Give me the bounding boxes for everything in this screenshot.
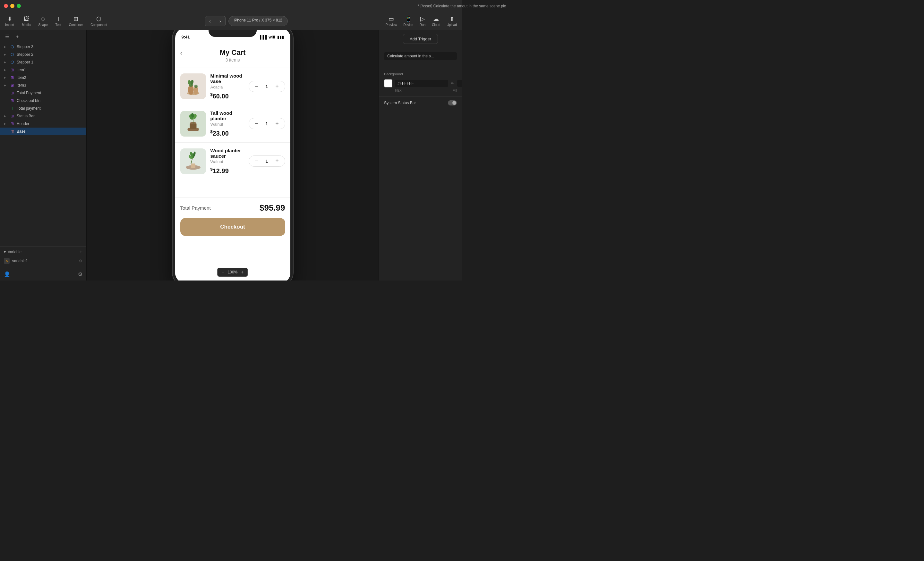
stepper-2-minus[interactable]: −	[254, 120, 260, 127]
svg-rect-15	[191, 163, 195, 168]
variable-header-left: ▾ Variable	[4, 250, 21, 254]
close-button[interactable]	[4, 4, 8, 8]
layer-status-bar[interactable]: ▶ ⊞ Status Bar	[0, 112, 86, 120]
chevron-icon: ▶	[4, 61, 8, 64]
variable-header: ▾ Variable +	[4, 249, 82, 255]
cart-item-3-name: Wood planter saucer	[210, 148, 244, 159]
cart-item-1-info: Minimal wood vase Acacia $60.00	[210, 73, 244, 100]
cart-back-button[interactable]: ‹	[180, 49, 183, 57]
user-icon[interactable]: 👤	[4, 271, 10, 277]
bg-hex-input[interactable]	[395, 80, 448, 87]
canvas-area[interactable]: 9:41 ▐▐▐ wifi ▮▮▮ ‹ My Cart 3 items	[87, 30, 379, 280]
stepper-1: − 1 +	[249, 81, 285, 92]
upload-button[interactable]: ⬆ Upload	[447, 15, 457, 27]
checkout-button[interactable]: Checkout	[180, 218, 285, 236]
right-panel: Add Trigger Calculate amount in the s...…	[379, 30, 462, 280]
media-icon: 🖼	[23, 16, 29, 22]
layer-base[interactable]: ◫ Base	[0, 127, 86, 135]
cart-item-2-variant: Walnut	[210, 122, 244, 127]
layer-total-payment-text[interactable]: T Total payment	[0, 105, 86, 112]
ssbar-toggle[interactable]	[448, 100, 457, 105]
stepper-2-plus[interactable]: +	[274, 120, 280, 127]
total-amount: $95.99	[260, 203, 285, 213]
asset-name-section: Calculate amount in the s...	[379, 48, 462, 68]
cart-item-3: Wood planter saucer Walnut $12.99 − 1 +	[175, 142, 290, 180]
layer-total-payment[interactable]: ⊞ Total Payment	[0, 89, 86, 97]
right-panel-header: Add Trigger	[379, 30, 462, 48]
zoom-in-button[interactable]: +	[240, 269, 244, 275]
cart-item-2-name: Tall wood planter	[210, 110, 244, 121]
system-status-bar-section: System Status Bar	[379, 96, 462, 109]
variable-item[interactable]: A variable1 ⚙	[4, 257, 82, 265]
grid-type-icon: ⊞	[10, 99, 15, 103]
bg-color-swatch[interactable]	[384, 79, 392, 88]
run-icon: ▷	[420, 15, 425, 22]
grid-type-icon: ⊞	[10, 67, 15, 72]
sidebar-action-button[interactable]: +	[14, 33, 21, 40]
maximize-button[interactable]	[16, 4, 21, 8]
device-selector[interactable]: iPhone 11 Pro / X 375 × 812	[228, 16, 288, 26]
container-button[interactable]: ⊞ Container	[69, 15, 83, 27]
layer-checkout-btn[interactable]: ⊞ Check out btn	[0, 97, 86, 105]
layer-header[interactable]: ▶ ⊞ Header	[0, 120, 86, 127]
zoom-out-button[interactable]: −	[221, 269, 225, 275]
stepper-3-plus[interactable]: +	[274, 158, 280, 165]
stepper-1-minus[interactable]: −	[254, 83, 260, 90]
ssbar-row: System Status Bar	[384, 100, 457, 105]
variable-settings-icon[interactable]: ⚙	[79, 259, 82, 263]
shape-button[interactable]: ◇ Shape	[39, 15, 48, 27]
run-button[interactable]: ▷ Run	[420, 15, 425, 27]
component-type-icon: ⬡	[10, 45, 15, 49]
stepper-1-plus[interactable]: +	[274, 83, 280, 90]
asset-name: Calculate amount in the s...	[384, 52, 457, 60]
window-title: * [Asset] Calculate the amout in the sam…	[418, 4, 462, 8]
layer-stepper3[interactable]: ▶ ⬡ Stepper 3	[0, 43, 86, 51]
ssbar-label: System Status Bar	[384, 101, 416, 105]
bg-opacity-input[interactable]	[457, 80, 462, 87]
chevron-icon: ▶	[4, 53, 8, 56]
sidebar-tools: ☰ +	[0, 30, 86, 43]
cloud-button[interactable]: ☁ Cloud	[432, 15, 440, 27]
import-button[interactable]: ⬇ Import	[5, 15, 14, 27]
signal-icon: ▐▐▐	[259, 35, 267, 39]
layer-item2[interactable]: ▶ ⊞ item2	[0, 74, 86, 81]
zoom-level: 100%	[228, 270, 238, 274]
layer-item3[interactable]: ▶ ⊞ item3	[0, 81, 86, 89]
shape-icon: ◇	[41, 15, 45, 22]
media-button[interactable]: 🖼 Media	[22, 16, 30, 27]
cart-item-3-image	[180, 148, 206, 174]
component-button[interactable]: ⬡ Component	[90, 15, 107, 27]
text-button[interactable]: T Text	[56, 16, 61, 27]
add-variable-button[interactable]: +	[80, 249, 82, 255]
battery-icon: ▮▮▮	[277, 35, 284, 39]
chevron-icon: ▶	[4, 114, 8, 118]
nav-forward-button[interactable]: ›	[215, 16, 225, 26]
device-button[interactable]: 📱 Device	[403, 15, 413, 27]
background-section: Background ✏ HEX Fill	[379, 68, 462, 96]
status-icons: ▐▐▐ wifi ▮▮▮	[259, 35, 284, 39]
add-trigger-button[interactable]: Add Trigger	[403, 34, 438, 44]
text-icon: T	[57, 16, 60, 22]
stepper-2-value: 1	[264, 121, 270, 126]
grid-type-icon: ⊞	[10, 121, 15, 126]
settings-icon[interactable]: ⚙	[78, 271, 82, 277]
stepper-3: − 1 +	[249, 156, 285, 167]
layer-stepper1[interactable]: ▶ ⬡ Stepper 1	[0, 58, 86, 66]
cart-header: ‹ My Cart 3 items	[175, 42, 290, 67]
component-type-icon: ⬡	[10, 60, 15, 64]
edit-color-icon[interactable]: ✏	[451, 81, 454, 86]
background-label: Background	[384, 72, 457, 76]
stepper-3-minus[interactable]: −	[254, 158, 260, 165]
minimize-button[interactable]	[10, 4, 14, 8]
background-row: ✏	[384, 79, 457, 88]
sidebar-toggle-button[interactable]: ☰	[3, 33, 11, 40]
cart-item-3-variant: Walnut	[210, 159, 244, 164]
phone-notch	[208, 30, 256, 37]
toolbar-right: ▭ Preview 📱 Device ▷ Run ☁ Cloud ⬆ Uploa…	[386, 15, 457, 27]
layer-item1[interactable]: ▶ ⊞ item1	[0, 66, 86, 74]
nav-back-button[interactable]: ‹	[205, 16, 215, 26]
phone-wrapper: 9:41 ▐▐▐ wifi ▮▮▮ ‹ My Cart 3 items	[172, 30, 293, 280]
layer-list: ▶ ⬡ Stepper 3 ▶ ⬡ Stepper 2 ▶ ⬡ Stepper …	[0, 43, 86, 246]
layer-stepper2[interactable]: ▶ ⬡ Stepper 2	[0, 51, 86, 58]
preview-button[interactable]: ▭ Preview	[386, 15, 397, 27]
